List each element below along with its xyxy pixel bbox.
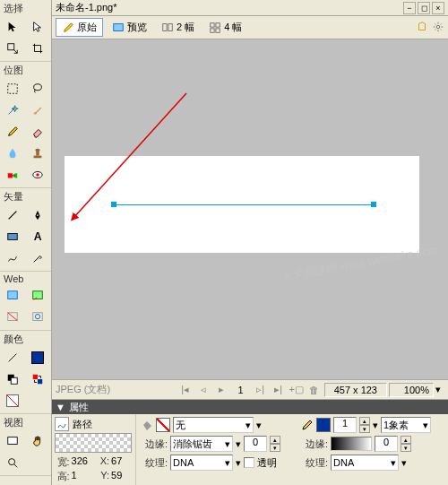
y-value[interactable]: 59 xyxy=(111,470,133,483)
zoom-level[interactable]: 100% xyxy=(389,383,434,397)
svg-rect-19 xyxy=(11,377,17,384)
brush-tool[interactable] xyxy=(26,100,49,120)
svg-rect-14 xyxy=(33,291,43,299)
edge-value[interactable]: 0 xyxy=(244,436,267,452)
line-handle-right[interactable] xyxy=(371,202,376,207)
scale-tool[interactable] xyxy=(1,39,24,58)
format-label: JPEG (文档) xyxy=(56,383,176,396)
screen-mode-tool[interactable] xyxy=(1,431,24,451)
slice-tool[interactable] xyxy=(26,286,49,306)
blur-tool[interactable] xyxy=(1,143,24,163)
subselect-tool[interactable] xyxy=(26,17,49,37)
hand-tool[interactable] xyxy=(26,431,49,451)
thumbnail xyxy=(55,433,132,453)
fill-swatch[interactable] xyxy=(156,418,170,432)
canvas-area[interactable]: 卡卡测速网 www.webkaka.com xyxy=(52,39,448,379)
text-tool[interactable]: A xyxy=(26,227,49,247)
svg-rect-21 xyxy=(38,379,42,384)
replace-color-tool[interactable] xyxy=(1,165,24,185)
canvas[interactable] xyxy=(65,156,419,253)
group-select-label: 选择 xyxy=(0,0,51,16)
prev-page-button[interactable]: ◃ xyxy=(195,382,211,398)
width-value[interactable]: 326 xyxy=(72,455,93,469)
stroke-style-select[interactable]: 1象素▾ xyxy=(381,417,431,433)
stroke-color-swatch[interactable] xyxy=(1,348,24,368)
tab-preview[interactable]: 预览 xyxy=(107,19,152,36)
drawn-line[interactable] xyxy=(114,204,374,205)
path-icon xyxy=(55,417,69,431)
stroke-swatch[interactable] xyxy=(316,418,331,432)
freeform-tool[interactable] xyxy=(1,248,24,268)
edge2-spinner[interactable]: ▴▾ xyxy=(401,436,411,452)
edge-slider[interactable] xyxy=(331,437,372,451)
magic-wand-tool[interactable] xyxy=(1,100,24,120)
next-page-button[interactable]: ▹| xyxy=(253,382,269,398)
stroke-pencil-icon xyxy=(301,419,314,431)
svg-text:A: A xyxy=(34,230,42,243)
svg-point-31 xyxy=(436,25,440,29)
red-eye-tool[interactable] xyxy=(26,165,49,185)
play-button[interactable]: ▸ xyxy=(213,382,229,398)
svg-point-5 xyxy=(35,149,39,152)
hotspot-tool[interactable] xyxy=(1,286,24,306)
transparent-checkbox[interactable] xyxy=(244,457,254,468)
swap-colors[interactable] xyxy=(26,369,49,389)
tool-palette: 选择 位图 xyxy=(0,0,52,485)
marquee-tool[interactable] xyxy=(1,79,24,99)
edge-spinner[interactable]: ▴▾ xyxy=(270,436,280,452)
zoom-tool[interactable] xyxy=(1,453,24,472)
default-colors[interactable] xyxy=(1,369,24,389)
group-color-label: 颜色 xyxy=(0,331,51,347)
eraser-tool[interactable] xyxy=(26,122,49,142)
knife-tool[interactable] xyxy=(26,248,49,268)
svg-rect-3 xyxy=(34,156,42,159)
delete-page-button[interactable]: 🗑 xyxy=(306,382,323,398)
tab-4up[interactable]: 4 幅 xyxy=(203,19,247,36)
view-tabs: 原始 预览 2 幅 4 幅 xyxy=(52,16,448,39)
properties-header[interactable]: ▼属性 xyxy=(52,400,448,414)
stroke-width-spinner[interactable]: ▴▾ xyxy=(359,417,370,433)
svg-rect-22 xyxy=(8,437,18,445)
first-page-button[interactable]: |◂ xyxy=(177,382,194,398)
stroke-width[interactable]: 1 xyxy=(333,417,357,433)
svg-rect-20 xyxy=(33,375,38,379)
pointer-tool[interactable] xyxy=(1,17,24,37)
page-number[interactable]: 1 xyxy=(231,385,251,395)
texture-select[interactable]: DNA▾ xyxy=(170,455,233,471)
texture2-select[interactable]: DNA▾ xyxy=(331,455,399,471)
crop-tool[interactable] xyxy=(26,39,49,58)
export-icon[interactable] xyxy=(416,21,428,35)
lasso-tool[interactable] xyxy=(26,79,49,99)
show-slices-tool[interactable] xyxy=(26,307,49,327)
svg-rect-1 xyxy=(8,84,18,94)
add-page-button[interactable]: +▢ xyxy=(289,382,305,398)
restore-button[interactable]: ◻ xyxy=(418,2,430,14)
line-handle-left[interactable] xyxy=(111,202,116,207)
tab-original[interactable]: 原始 xyxy=(56,18,103,37)
minimize-button[interactable]: − xyxy=(403,2,416,14)
fill-options-dropdown[interactable]: ▾ xyxy=(256,420,262,431)
stamp-tool[interactable] xyxy=(26,143,49,163)
last-page-button[interactable]: ▸| xyxy=(271,382,287,398)
tab-2up[interactable]: 2 幅 xyxy=(156,19,200,36)
zoom-dropdown[interactable]: ▾ xyxy=(435,384,444,395)
height-value[interactable]: 1 xyxy=(72,470,93,483)
collapse-icon[interactable]: ▼ xyxy=(56,402,65,412)
edge2-value[interactable]: 0 xyxy=(375,436,398,452)
options-icon[interactable] xyxy=(432,21,444,35)
no-color[interactable] xyxy=(1,391,24,411)
fill-type-select[interactable]: 无▾ xyxy=(173,417,254,433)
line-tool[interactable] xyxy=(1,205,24,225)
rectangle-tool[interactable] xyxy=(1,227,24,247)
svg-rect-6 xyxy=(8,173,13,178)
edge-select[interactable]: 消除锯齿▾ xyxy=(170,436,233,452)
pencil-tool[interactable] xyxy=(1,122,24,142)
svg-rect-26 xyxy=(168,23,172,30)
svg-point-10 xyxy=(37,214,39,216)
hide-slices-tool[interactable] xyxy=(1,307,24,327)
x-value[interactable]: 67 xyxy=(111,455,133,469)
close-button[interactable]: × xyxy=(432,2,444,14)
pen-tool[interactable] xyxy=(26,205,49,225)
canvas-dimensions: 457 x 123 xyxy=(324,383,387,397)
fill-color-swatch[interactable] xyxy=(26,348,49,368)
